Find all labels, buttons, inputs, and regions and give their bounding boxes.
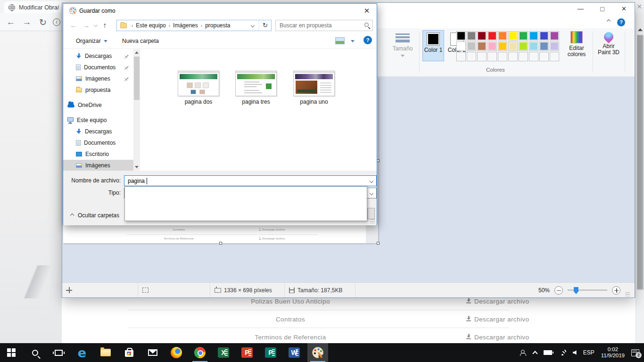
browser-close-icon[interactable]: ✕ <box>636 3 642 10</box>
filename-dropdown-icon[interactable] <box>370 179 373 183</box>
maximize-icon[interactable]: □ <box>592 3 613 16</box>
sidebar-item-descargas[interactable]: Descargas <box>63 126 133 137</box>
taskbar-excel-icon[interactable]: X <box>213 343 234 362</box>
palette-swatch[interactable] <box>519 31 528 41</box>
taskbar-firefox-icon[interactable] <box>166 343 187 362</box>
file-item-uno[interactable]: pagina uno <box>288 71 340 105</box>
views-dropdown-icon[interactable] <box>351 40 355 42</box>
palette-empty-slot[interactable] <box>508 52 518 61</box>
up-folder-icon[interactable]: ↑ <box>103 21 107 30</box>
palette-swatch[interactable] <box>456 31 466 41</box>
palette-swatch[interactable] <box>508 41 518 51</box>
resize-grip[interactable] <box>625 292 630 296</box>
download-link[interactable]: Descargar archivo <box>391 316 570 323</box>
views-icon[interactable] <box>335 37 345 44</box>
scrollbar-thumb[interactable] <box>637 35 643 289</box>
open-paint3d-button[interactable]: Abrir Paint 3D <box>595 31 622 56</box>
palette-empty-slot[interactable] <box>477 52 487 61</box>
color1-button[interactable]: Color 1 <box>422 30 444 61</box>
taskbar-edge-icon[interactable]: e <box>72 343 92 362</box>
sidebar-item-documentos[interactable]: Documentos <box>63 137 133 148</box>
palette-swatch[interactable] <box>529 31 538 41</box>
breadcrumb-segment[interactable]: propuesta <box>204 22 231 29</box>
palette-empty-slot[interactable] <box>539 52 549 61</box>
zoom-in-button[interactable] <box>612 286 620 295</box>
palette-swatch[interactable] <box>550 41 559 51</box>
organize-button[interactable]: Organizar <box>76 38 107 44</box>
scroll-down-icon[interactable] <box>135 166 139 168</box>
filetype-dropdown-icon[interactable] <box>370 191 373 195</box>
taskbar-word-icon[interactable]: W <box>284 343 305 362</box>
zoom-slider[interactable] <box>568 289 607 291</box>
canvas-resize-handle-bottom[interactable] <box>219 242 222 245</box>
palette-swatch[interactable] <box>539 41 549 51</box>
palette-swatch[interactable] <box>487 41 497 51</box>
paint-help-icon[interactable]: ? <box>617 18 625 26</box>
volume-icon[interactable] <box>573 351 577 355</box>
taskbar-start-icon[interactable] <box>1 343 22 362</box>
palette-swatch[interactable] <box>487 31 497 41</box>
dialog-help-icon[interactable]: ? <box>363 36 372 44</box>
taskbar-search-icon[interactable] <box>25 343 45 362</box>
search-box[interactable]: Buscar en propuesta <box>275 20 373 31</box>
site-info-icon[interactable]: i <box>53 18 60 26</box>
file-item-dos[interactable]: pagina dos <box>173 71 224 105</box>
clock[interactable]: 0:02 11/9/2019 <box>601 346 625 359</box>
wifi-icon[interactable] <box>559 350 566 355</box>
battery-icon[interactable] <box>544 350 552 355</box>
dialog-forward-icon[interactable]: → <box>83 21 90 30</box>
palette-swatch[interactable] <box>550 31 559 41</box>
history-dropdown-icon[interactable] <box>94 23 98 27</box>
canvas-resize-handle-corner[interactable] <box>377 242 380 245</box>
palette-empty-slot[interactable] <box>467 52 476 61</box>
filename-input[interactable]: pagina <box>124 175 377 186</box>
action-center-icon[interactable]: 2 <box>631 349 639 356</box>
breadcrumb[interactable]: › Este equipo›Imágenes›propuesta ↻ <box>116 20 272 31</box>
browser-back-icon[interactable]: ← <box>3 17 19 27</box>
scroll-thumb[interactable] <box>134 57 140 100</box>
zoom-slider-thumb[interactable] <box>574 287 578 294</box>
sidebar-item-escritorio[interactable]: Escritorio <box>63 148 133 160</box>
taskbar-chrome-icon[interactable] <box>190 343 210 362</box>
palette-empty-slot[interactable] <box>487 52 497 61</box>
scroll-up-icon[interactable] <box>135 51 139 54</box>
palette-swatch[interactable] <box>477 31 487 41</box>
sidebar-item-propuesta[interactable]: propuesta <box>63 84 133 96</box>
close-icon[interactable]: ✕ <box>613 3 635 16</box>
breadcrumb-segment[interactable]: Imágenes <box>172 22 199 29</box>
taskbar-file-explorer-icon[interactable] <box>95 343 116 362</box>
minimize-icon[interactable]: — <box>570 3 591 16</box>
sidebar-item-onedrive[interactable]: OneDrive <box>63 99 133 111</box>
tray-expand-icon[interactable] <box>532 351 537 356</box>
browser-forward-icon[interactable]: → <box>19 17 35 27</box>
palette-swatch[interactable] <box>508 31 518 41</box>
browser-refresh-icon[interactable]: ↻ <box>35 17 51 28</box>
file-item-tres[interactable]: pagina tres <box>230 71 282 105</box>
browser-scrollbar[interactable] <box>636 13 644 343</box>
scrollbar-up-icon[interactable] <box>638 28 643 31</box>
sidebar-item-imágenes[interactable]: Imágenes <box>63 73 133 84</box>
palette-swatch[interactable] <box>498 41 507 51</box>
palette-empty-slot[interactable] <box>550 52 559 61</box>
cancel-button-edge[interactable] <box>367 208 375 219</box>
dialog-titlebar[interactable]: Guardar como ✕ <box>63 4 377 17</box>
palette-empty-slot[interactable] <box>519 52 528 61</box>
edit-colors-button[interactable]: Editar colores <box>563 31 590 58</box>
taskbar-store-icon[interactable] <box>119 343 140 362</box>
sidebar-item-documentos[interactable]: Documentos <box>63 62 133 73</box>
size-button[interactable]: Tamaño <box>392 32 413 58</box>
new-folder-button[interactable]: Nueva carpeta <box>122 38 159 44</box>
palette-swatch[interactable] <box>467 31 476 41</box>
people-icon[interactable] <box>520 350 527 356</box>
palette-empty-slot[interactable] <box>456 52 466 61</box>
sidebar-item-imágenes[interactable]: Imágenes <box>63 160 133 171</box>
download-link[interactable]: Descargar archivo <box>391 298 570 305</box>
palette-swatch[interactable] <box>529 41 538 51</box>
palette-swatch[interactable] <box>498 31 507 41</box>
taskbar-mail-icon[interactable] <box>142 343 163 362</box>
palette-swatch[interactable] <box>477 41 487 51</box>
navigation-scrollbar[interactable] <box>133 49 140 171</box>
palette-swatch[interactable] <box>467 41 476 51</box>
taskbar-powerpoint-icon[interactable]: P <box>237 343 257 362</box>
download-link[interactable]: Descargar archivo <box>391 334 570 341</box>
